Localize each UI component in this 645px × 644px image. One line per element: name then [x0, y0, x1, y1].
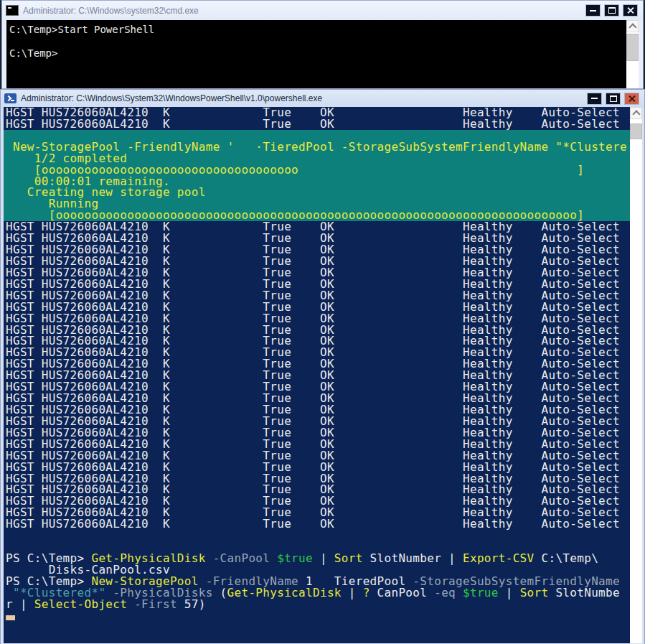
code-segment: | — [448, 551, 463, 565]
code-segment: -eq — [434, 586, 463, 599]
close-icon — [628, 95, 635, 102]
code-segment: $true — [277, 551, 320, 565]
cmd-window-controls — [585, 4, 638, 17]
command-line: r | Select-Object -First 57) — [4, 599, 630, 610]
code-segment: Sort — [334, 551, 370, 565]
powershell-scrollbar[interactable] — [630, 107, 642, 643]
code-segment: r | — [6, 597, 34, 611]
code-segment: C:\Temp\ — [541, 551, 598, 565]
code-segment: Select-Object — [34, 597, 134, 611]
code-segment: Get-PhysicalDisk — [227, 586, 349, 599]
code-segment: | — [320, 551, 334, 565]
code-segment: ( — [220, 586, 227, 599]
code-segment: -CanPool — [213, 551, 278, 565]
powershell-window-controls — [587, 93, 639, 105]
powershell-window: Administrator: C:\Windows\System32\Windo… — [0, 89, 645, 644]
code-segment: Export-CSV — [463, 551, 541, 565]
close-button[interactable] — [624, 93, 639, 105]
code-segment: | — [349, 586, 363, 599]
minimize-icon — [590, 10, 596, 11]
code-segment: Sort — [520, 586, 556, 599]
cmd-window: Administrator: C:\Windows\system32\cmd.e… — [1, 0, 644, 89]
cmd-console-output: C:\Temp>Start PowerShell C:\Temp> — [9, 24, 154, 60]
cmd-window-title: Administrator: C:\Windows\system32\cmd.e… — [23, 6, 585, 16]
close-icon — [627, 7, 634, 14]
code-segment: SlotNumber — [370, 551, 448, 565]
maximize-button[interactable] — [606, 93, 621, 105]
disk-table-top: HGST HUS726060AL4210 K True OK Healthy A… — [4, 107, 630, 130]
cmd-scrollbar[interactable] — [626, 20, 639, 88]
prompt-line — [4, 610, 630, 622]
scrollbar-thumb[interactable] — [626, 34, 639, 61]
command-history: PS C:\Temp> Get-PhysicalDisk -CanPool $t… — [4, 553, 630, 610]
code-segment: ? — [363, 586, 377, 599]
code-segment: $true — [463, 586, 506, 599]
close-button[interactable] — [623, 4, 638, 17]
code-segment: | — [506, 586, 520, 599]
maximize-icon — [608, 7, 616, 14]
maximize-icon — [610, 95, 617, 102]
disk-table-bottom: HGST HUS726060AL4210 K True OK Healthy A… — [4, 221, 630, 530]
scroll-up-button[interactable] — [626, 20, 639, 32]
minimize-button[interactable] — [587, 93, 602, 105]
cmd-console[interactable]: C:\Temp>Start PowerShell C:\Temp> — [6, 20, 639, 88]
powershell-titlebar[interactable]: Administrator: C:\Windows\System32\Windo… — [1, 90, 644, 107]
text-cursor — [6, 615, 15, 620]
chevron-up-icon — [632, 110, 640, 118]
code-segment: SlotNumbe — [555, 586, 620, 599]
powershell-icon — [4, 93, 17, 103]
scrollbar-thumb[interactable] — [630, 123, 642, 139]
code-segment: 57) — [184, 597, 206, 611]
chevron-up-icon — [628, 23, 636, 31]
code-segment: CanPool — [377, 586, 435, 599]
minimize-button[interactable] — [585, 4, 601, 17]
storage-pool-progress-banner: New-StoragePool -FriendlyName ' ·TieredP… — [4, 130, 630, 221]
maximize-button[interactable] — [604, 4, 619, 17]
code-segment: -First — [134, 597, 184, 611]
cmd-titlebar[interactable]: Administrator: C:\Windows\system32\cmd.e… — [2, 1, 643, 20]
powershell-console[interactable]: HGST HUS726060AL4210 K True OK Healthy A… — [4, 107, 630, 643]
cmd-icon — [6, 5, 19, 16]
powershell-window-title: Administrator: C:\Windows\System32\Windo… — [21, 93, 587, 103]
powershell-body: HGST HUS726060AL4210 K True OK Healthy A… — [1, 107, 644, 643]
minimize-icon — [591, 98, 598, 99]
scroll-up-button[interactable] — [630, 107, 642, 119]
